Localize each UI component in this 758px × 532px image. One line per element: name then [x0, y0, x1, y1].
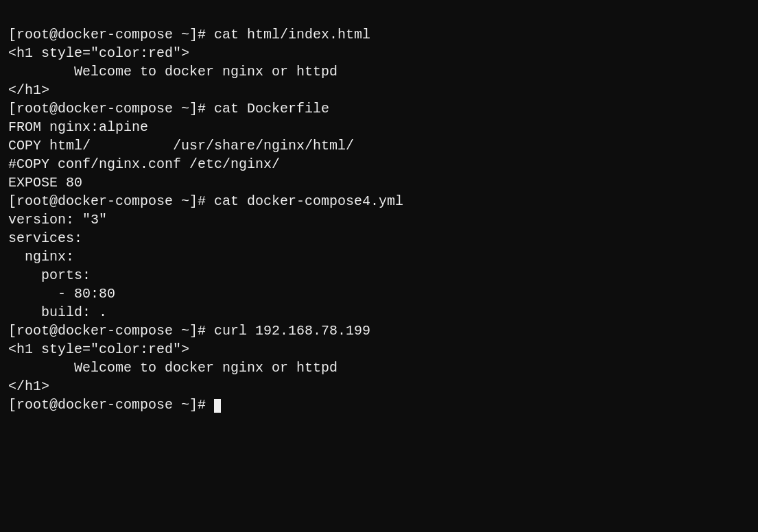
terminal-line: Welcome to docker nginx or httpd [8, 62, 750, 81]
terminal-line: FROM nginx:alpine [8, 118, 750, 136]
terminal-cursor [214, 399, 221, 413]
prompt-text: [root@docker-compose ~]# [8, 397, 214, 413]
terminal-line: </h1> [8, 377, 750, 396]
terminal-line: [root@docker-compose ~]# cat html/index.… [8, 25, 750, 44]
terminal-line: COPY html/ /usr/share/nginx/html/ [8, 136, 750, 155]
terminal-line: #COPY conf/nginx.conf /etc/nginx/ [8, 155, 750, 173]
terminal-line: </h1> [8, 81, 750, 99]
terminal-line: EXPOSE 80 [8, 173, 750, 192]
terminal-line: version: "3" [8, 210, 750, 229]
terminal-line: [root@docker-compose ~]# curl 192.168.78… [8, 322, 750, 340]
terminal-line: <h1 style="color:red"> [8, 340, 750, 359]
terminal-line: nginx: [8, 247, 750, 266]
terminal-line: [root@docker-compose ~]# cat docker-comp… [8, 192, 750, 210]
terminal-line: services: [8, 229, 750, 247]
terminal-line: ports: [8, 266, 750, 285]
terminal-line: Welcome to docker nginx or httpd [8, 359, 750, 377]
terminal-line: [root@docker-compose ~]# [8, 396, 750, 414]
terminal-line: <h1 style="color:red"> [8, 44, 750, 62]
terminal-line: - 80:80 [8, 285, 750, 303]
terminal-line: [root@docker-compose ~]# cat Dockerfile [8, 99, 750, 118]
terminal-line: build: . [8, 303, 750, 322]
terminal-window[interactable]: [root@docker-compose ~]# cat html/index.… [8, 7, 750, 414]
